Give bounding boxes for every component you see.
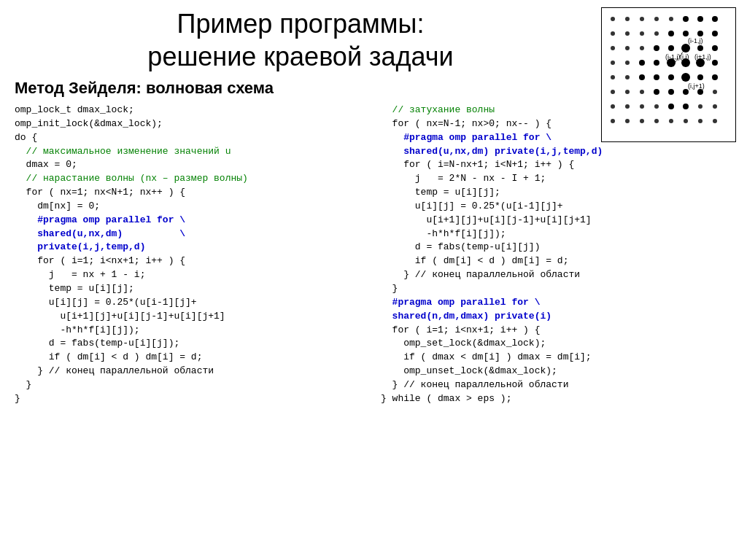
svg-point-17 [625,46,630,50]
svg-point-42 [697,74,703,80]
svg-point-12 [668,31,674,36]
code-line: d = fabs(temp-u[i][j]); [15,337,366,351]
code-line: j = 2*N - nx - I + 1; [381,172,732,186]
svg-point-15 [712,31,718,36]
svg-point-63 [640,119,644,123]
code-line: u[i+1][j]+u[i][j-1]+u[i][j+1] [15,310,366,324]
svg-point-18 [640,46,644,50]
svg-point-32 [712,60,718,66]
svg-point-51 [697,89,703,95]
code-line: shared(u,nx,dm) \ [15,228,366,241]
code-line: // максимальное изменение значений u [15,145,366,159]
code-line: } // конец параллельной области [381,378,732,392]
svg-point-39 [654,74,659,80]
svg-point-28 [654,60,659,66]
svg-point-48 [654,89,659,95]
code-line: temp = u[i][j]; [381,186,732,200]
svg-point-49 [668,89,674,95]
code-line: #pragma omp parallel for \ [381,296,732,310]
code-line: } [15,392,366,406]
right-code: // затухание волны for ( nx=N-1; nx>0; n… [381,104,732,406]
svg-point-14 [697,31,703,36]
svg-text:(i+1,j): (i+1,j) [694,53,711,61]
svg-point-20 [668,45,674,51]
svg-point-59 [698,104,703,109]
svg-point-53 [611,104,615,109]
code-line: u[i][j] = 0.25*(u[i-1][j]+ [381,200,732,214]
code-line: } // конец параллельной области [381,268,732,282]
code-line: for ( i=N-nx+1; i<N+1; i++ ) { [381,158,732,172]
svg-point-7 [712,16,718,22]
svg-point-5 [683,16,689,22]
svg-point-45 [611,90,615,94]
svg-point-57 [668,104,674,109]
code-line: omp_lock_t dmax_lock; [15,104,366,117]
svg-point-61 [611,119,615,123]
code-line: do { [15,131,366,145]
svg-point-46 [625,90,630,94]
svg-text:(i,j): (i,j) [680,53,689,61]
svg-point-38 [639,74,645,80]
svg-point-19 [654,45,659,51]
code-line: shared(n,dm,dmax) private(i) [381,310,732,324]
code-line: omp_init_lock(&dmax_lock); [15,117,366,131]
svg-point-22 [697,45,703,51]
svg-point-47 [640,90,644,94]
svg-point-58 [683,104,689,109]
code-line: for ( i=1; i<nx+1; i++ ) { [381,324,732,338]
svg-point-25 [611,61,615,65]
code-line: // нарастание волны (nx – размер волны) [15,172,366,186]
svg-text:(i-1,j): (i-1,j) [688,37,703,44]
svg-point-1 [625,17,630,21]
svg-point-66 [684,119,688,123]
svg-point-54 [625,104,630,109]
svg-point-37 [625,75,630,79]
code-line: if ( dmax < dm[i] ) dmax = dm[i]; [381,351,732,365]
diagram: .dot { fill: #333; } .dot-filled { fill:… [601,7,736,142]
svg-text:(i,j+1): (i,j+1) [688,82,705,90]
code-line: if ( dm[i] < d ) dm[i] = d; [15,351,366,365]
code-line: omp_unset_lock(&dmax_lock); [381,365,732,378]
svg-point-68 [713,119,717,123]
svg-point-3 [654,17,659,21]
svg-point-9 [625,31,630,36]
svg-point-8 [611,31,615,36]
code-line: omp_set_lock(&dmax_lock); [381,337,732,351]
svg-point-11 [654,31,659,36]
svg-point-67 [698,119,703,123]
svg-point-10 [640,31,644,36]
code-line: } [15,378,366,392]
code-line: -h*h*f[i][j]); [381,228,732,241]
code-line: d = fabs(temp-u[i][j]) [381,241,732,254]
svg-point-16 [611,46,615,50]
code-line: dmax = 0; [15,158,366,172]
svg-point-60 [713,104,717,109]
svg-point-6 [697,16,703,22]
code-line: u[i][j] = 0.25*(u[i-1][j]+ [15,296,366,310]
svg-point-36 [611,75,615,79]
svg-point-23 [712,45,718,51]
page: .dot { fill: #333; } .dot-filled { fill:… [0,0,747,560]
code-line: for ( i=1; i<nx+1; i++ ) { [15,254,366,268]
svg-point-13 [683,31,689,36]
code-section: omp_lock_t dmax_lock;omp_init_lock(&dmax… [15,104,732,406]
svg-point-50 [683,89,689,95]
svg-point-65 [669,119,673,123]
code-line: u[i+1][j]+u[i][j-1]+u[i][j+1] [381,214,732,228]
svg-point-0 [611,17,615,21]
svg-point-4 [669,17,673,21]
code-line: } // конец параллельной области [15,365,366,378]
code-line: temp = u[i][j]; [15,282,366,296]
svg-point-41 [681,73,690,82]
svg-point-55 [640,104,644,109]
svg-point-56 [654,104,659,109]
svg-point-64 [654,119,659,123]
code-line: dm[nx] = 0; [15,200,366,214]
svg-point-40 [668,74,674,80]
code-line: shared(u,nx,dm) private(i,j,temp,d) [381,145,732,159]
svg-point-26 [625,61,630,65]
code-line: -h*h*f[i][j]); [15,324,366,338]
left-code: omp_lock_t dmax_lock;omp_init_lock(&dmax… [15,104,366,406]
code-line: } [381,282,732,296]
code-line: private(i,j,temp,d) [15,241,366,254]
